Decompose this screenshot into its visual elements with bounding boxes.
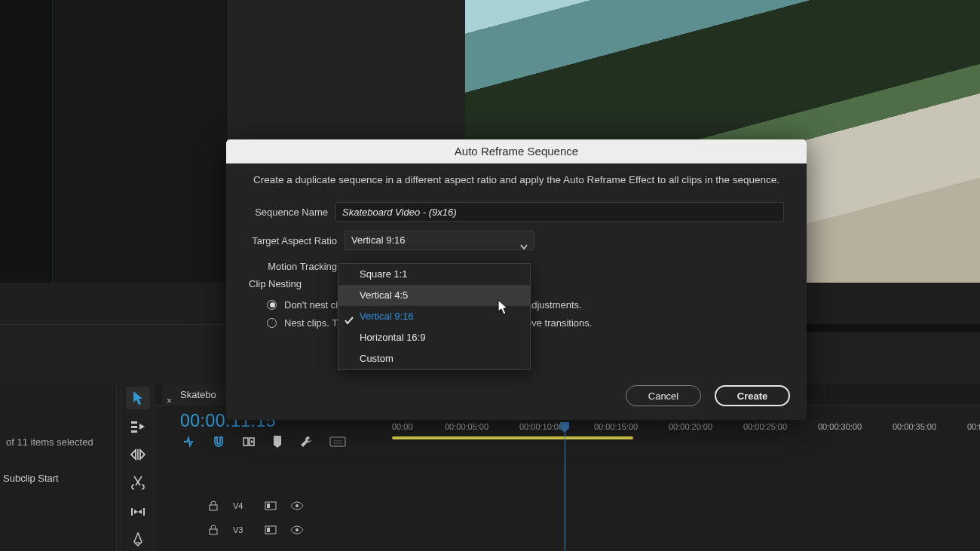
svg-rect-34 [210, 529, 217, 534]
cc-icon[interactable]: CC [329, 436, 346, 449]
timeline-tab-label: Skatebo [180, 389, 216, 400]
timeline-tab-active[interactable]: × Skatebo [162, 383, 228, 406]
svg-rect-32 [267, 504, 270, 508]
radio-label-tail: ove transitions. [526, 317, 592, 329]
motion-tracking-label: Motion Tracking [249, 261, 345, 272]
track-label: V3 [233, 525, 251, 534]
track-headers: V4 V3 [200, 494, 980, 542]
toggle-visibility-icon[interactable] [290, 525, 304, 534]
slip-tool[interactable] [126, 500, 150, 523]
pen-tool[interactable] [126, 528, 150, 551]
sequence-name-label: Sequence Name [249, 207, 335, 218]
close-tab-icon[interactable]: × [167, 390, 172, 412]
timeline-tools [121, 381, 155, 551]
svg-marker-18 [131, 450, 136, 459]
work-area-range[interactable] [392, 436, 633, 439]
toggle-sync-icon[interactable] [265, 525, 277, 534]
aspect-option-custom[interactable]: Custom [338, 348, 530, 369]
work-area-bar[interactable] [392, 436, 980, 444]
aspect-option-9-16[interactable]: Vertical 9:16 [338, 306, 530, 327]
timeline-options: CC [182, 435, 346, 451]
project-column-header[interactable]: Subclip Start [3, 473, 59, 484]
svg-text:CC: CC [333, 439, 342, 445]
radio-icon [267, 318, 277, 328]
aspect-option-square[interactable]: Square 1:1 [338, 264, 530, 285]
chevron-down-icon [520, 238, 528, 256]
svg-rect-25 [243, 438, 248, 445]
ruler-tick: 00:0 [967, 422, 980, 431]
razor-tool[interactable] [126, 472, 150, 494]
radio-label: Don't nest cli [284, 299, 340, 311]
aspect-ratio-options: Square 1:1 Vertical 4:5 Vertical 9:16 Ho… [338, 263, 531, 370]
source-panel [53, 0, 228, 283]
toggle-visibility-icon[interactable] [290, 501, 304, 510]
track-select-tool[interactable] [126, 415, 150, 438]
toggle-sync-icon[interactable] [265, 501, 277, 510]
create-button[interactable]: Create [715, 385, 790, 406]
dialog-description: Create a duplicate sequence in a differe… [226, 164, 807, 193]
svg-point-37 [296, 528, 299, 531]
wrench-icon[interactable] [299, 435, 313, 451]
ruler-tick: 00:00:15:00 [594, 422, 638, 431]
track-header-v3[interactable]: V3 [200, 518, 980, 542]
svg-marker-13 [133, 391, 142, 405]
ruler-tick: 00:00:35:00 [893, 422, 936, 431]
track-label: V4 [233, 501, 251, 510]
lock-icon[interactable] [209, 500, 219, 511]
radio-icon [267, 300, 277, 310]
svg-rect-14 [131, 421, 137, 424]
lock-icon[interactable] [209, 525, 219, 535]
svg-point-33 [296, 504, 299, 507]
aspect-option-16-9[interactable]: Horizontal 16:9 [338, 327, 530, 348]
selection-tool[interactable] [126, 387, 150, 409]
time-ruler[interactable]: 00:00 00:00:05:00 00:00:10:00 00:00:15:0… [392, 422, 980, 436]
aspect-ratio-label: Target Aspect Ratio [249, 235, 345, 246]
track-header-v4[interactable]: V4 [200, 494, 980, 518]
svg-rect-15 [131, 426, 137, 428]
svg-rect-36 [267, 528, 270, 532]
svg-rect-30 [210, 505, 217, 510]
snap-icon[interactable] [182, 435, 195, 451]
ruler-tick: 00:00:10:00 [519, 422, 563, 431]
project-selection-status: of 11 items selected [0, 433, 117, 451]
aspect-ratio-value: Vertical 9:16 [351, 234, 406, 246]
sequence-name-input[interactable] [335, 202, 784, 222]
aspect-option-4-5[interactable]: Vertical 4:5 [338, 285, 530, 306]
svg-marker-19 [140, 450, 145, 459]
aspect-ratio-dropdown[interactable]: Vertical 9:16 [345, 231, 534, 250]
svg-rect-16 [131, 430, 137, 433]
svg-marker-24 [138, 510, 142, 514]
cancel-button[interactable]: Cancel [626, 385, 701, 406]
left-gutter [0, 0, 53, 283]
marker-icon[interactable] [272, 435, 283, 451]
radio-label: Nest clips. Th [284, 317, 344, 329]
svg-marker-17 [139, 424, 145, 430]
magnet-icon[interactable] [212, 435, 225, 451]
ruler-tick: 00:00:05:00 [445, 422, 488, 431]
ruler-tick: 00:00:30:00 [818, 422, 862, 431]
ruler-tick: 00:00:25:00 [743, 422, 787, 431]
aspect-option-label: Vertical 9:16 [360, 311, 414, 322]
linked-selection-icon[interactable] [242, 435, 256, 451]
dialog-title: Auto Reframe Sequence [226, 139, 807, 164]
ruler-tick: 00:00:20:00 [669, 422, 712, 431]
dialog-buttons: Cancel Create [626, 385, 790, 406]
ripple-edit-tool[interactable] [126, 443, 150, 466]
ruler-tick: 00:00 [392, 422, 413, 431]
svg-marker-23 [134, 510, 138, 514]
radio-label-tail: adjustments. [526, 299, 582, 311]
